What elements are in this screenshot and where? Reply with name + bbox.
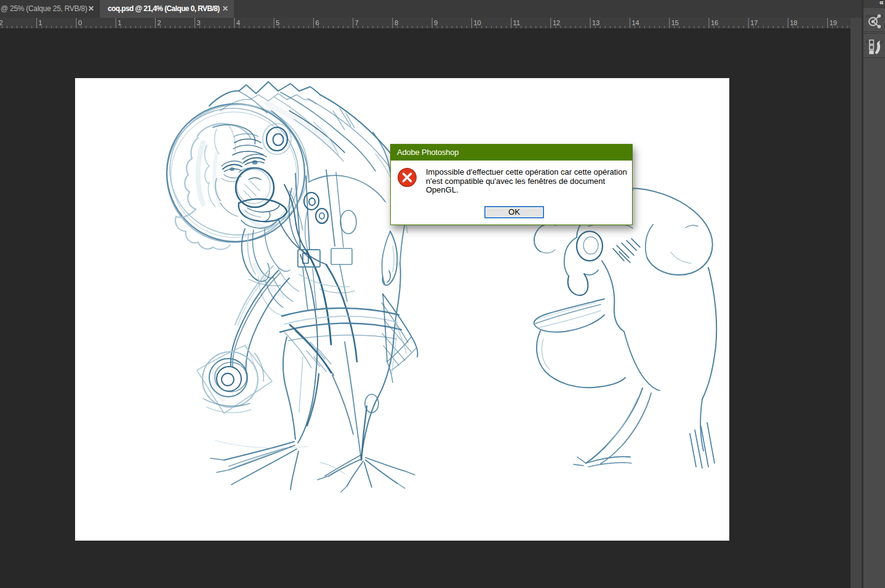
svg-text:18: 18	[790, 19, 797, 26]
svg-text:13: 13	[592, 19, 599, 26]
svg-text:6: 6	[315, 19, 319, 26]
svg-text:7: 7	[355, 19, 359, 26]
svg-text:9: 9	[434, 19, 438, 26]
svg-text:10: 10	[473, 19, 481, 26]
svg-text:1: 1	[118, 19, 121, 26]
svg-text:1: 1	[39, 19, 42, 26]
svg-text:2: 2	[0, 19, 3, 26]
svg-text:11: 11	[513, 19, 520, 26]
svg-text:2: 2	[157, 19, 161, 26]
svg-text:5: 5	[276, 19, 279, 26]
svg-text:14: 14	[631, 19, 639, 26]
svg-text:8: 8	[394, 19, 398, 26]
svg-text:15: 15	[671, 19, 679, 26]
svg-text:19: 19	[830, 19, 837, 26]
svg-text:17: 17	[750, 19, 758, 26]
svg-text:12: 12	[553, 19, 560, 26]
svg-text:4: 4	[236, 19, 240, 26]
svg-text:16: 16	[711, 19, 718, 26]
svg-text:3: 3	[197, 19, 201, 26]
svg-text:0: 0	[78, 19, 82, 26]
